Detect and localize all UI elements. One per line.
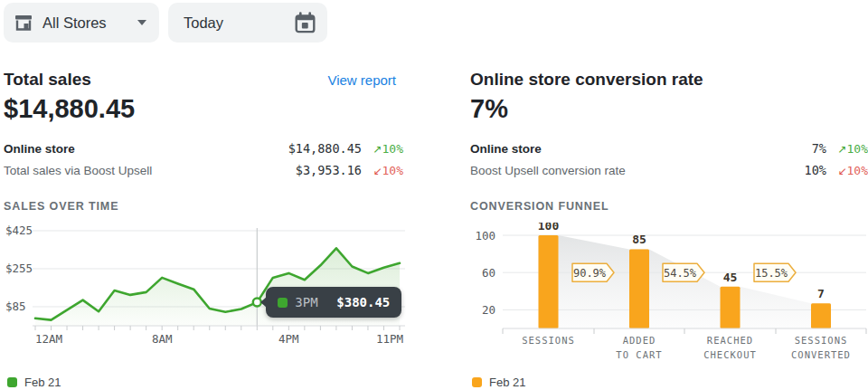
x-axis-label: 12AM <box>35 332 62 346</box>
bar-value-label: 85 <box>632 233 646 246</box>
conversion-funnel-heading: CONVERSION FUNNEL <box>470 200 609 213</box>
y-axis-label: $425 <box>5 224 33 237</box>
y-axis-label: $255 <box>5 262 33 275</box>
metric-label: Online store <box>4 142 288 156</box>
step-percentage-label: 54.5% <box>664 267 697 280</box>
metric-value: 7% <box>812 141 826 156</box>
category-label: SESSIONS <box>795 335 848 346</box>
y-axis-label: 100 <box>475 229 495 243</box>
metric-label: Total sales via Boost Upsell <box>4 164 296 177</box>
step-percentage-label: 90.9% <box>573 267 607 280</box>
metric-value: $3,953.16 <box>296 163 362 177</box>
view-report-link[interactable]: View report <box>327 72 396 88</box>
category-label: ADDED <box>623 335 656 346</box>
chart-tooltip: 3PM $380.45 <box>266 287 401 318</box>
y-axis-label: 20 <box>482 303 495 317</box>
category-label: SESSIONS <box>522 335 575 346</box>
x-axis-label: 11PM <box>376 332 403 346</box>
metric-label: Boost Upsell conversion rate <box>470 164 805 177</box>
y-axis-label: 60 <box>482 266 495 280</box>
metric-row-boost-upsell-sales: Total sales via Boost Upsell $3,953.16 ↙… <box>4 163 403 177</box>
trend-up-icon: ↗ <box>373 143 382 156</box>
metric-row-boost-upsell-rate: Boost Upsell conversion rate 10% ↙10% <box>470 163 868 177</box>
metric-delta: ↙10% <box>362 164 403 177</box>
funnel-legend: Feb 21 <box>472 376 525 389</box>
metric-row-online-store-rate: Online store 7% ↗10% <box>470 141 868 156</box>
legend-label: Feb 21 <box>489 376 525 389</box>
metric-value: 10% <box>805 163 826 177</box>
metric-row-online-store-sales: Online store $14,880.45 ↗10% <box>4 141 403 156</box>
sales-over-time-chart[interactable]: $425$255$8512AM8AM4PM11PM 3PM $380.45 <box>4 223 410 376</box>
x-axis-label: 4PM <box>278 332 299 346</box>
category-label: REACHED <box>707 335 753 346</box>
tooltip-time-label: 3PM <box>295 295 317 309</box>
total-sales-title: Total sales <box>4 70 91 90</box>
conversion-rate-panel: Online store conversion rate 7% Online s… <box>470 0 868 390</box>
legend-swatch-green <box>7 377 17 387</box>
y-axis-label: $85 <box>5 300 26 313</box>
funnel-bar[interactable] <box>539 235 559 328</box>
sales-over-time-heading: SALES OVER TIME <box>4 200 118 213</box>
funnel-bar-chart-svg[interactable]: 10060201008545790.9%54.5%15.5%SESSIONSAD… <box>467 223 868 376</box>
category-label: CHECKOUT <box>703 349 757 360</box>
step-percentage-label: 15.5% <box>755 267 788 280</box>
metric-delta: ↙10% <box>826 164 868 177</box>
bar-value-label: 45 <box>723 271 738 284</box>
metric-value: $14,880.45 <box>288 141 362 156</box>
conversion-rate-title: Online store conversion rate <box>470 70 703 90</box>
conversion-rate-value: 7% <box>470 94 508 124</box>
trend-down-icon: ↙ <box>373 165 382 177</box>
category-label: CONVERTED <box>791 349 851 360</box>
total-sales-panel: Total sales View report $14,880.45 Onlin… <box>4 0 403 390</box>
metric-delta: ↗10% <box>826 142 868 156</box>
x-axis-label: 8AM <box>152 332 173 346</box>
metric-delta: ↗10% <box>362 142 403 156</box>
trend-down-icon: ↙ <box>837 165 846 177</box>
tooltip-value: $380.45 <box>336 295 390 309</box>
category-label: TO CART <box>616 349 662 360</box>
trend-up-icon: ↗ <box>837 143 846 156</box>
funnel-bar[interactable] <box>629 249 649 328</box>
bar-value-label: 100 <box>538 223 560 233</box>
conversion-funnel-chart[interactable]: 10060201008545790.9%54.5%15.5%SESSIONSAD… <box>467 223 868 376</box>
legend-label: Feb 21 <box>24 376 61 389</box>
total-sales-value: $14,880.45 <box>4 94 135 124</box>
legend-swatch-orange <box>472 377 482 387</box>
sales-legend: Feb 21 <box>7 376 61 389</box>
funnel-bar[interactable] <box>721 287 741 328</box>
tooltip-series-swatch <box>278 298 288 308</box>
funnel-bar[interactable] <box>811 303 831 328</box>
bar-value-label: 7 <box>817 287 825 300</box>
metric-label: Online store <box>470 142 812 156</box>
